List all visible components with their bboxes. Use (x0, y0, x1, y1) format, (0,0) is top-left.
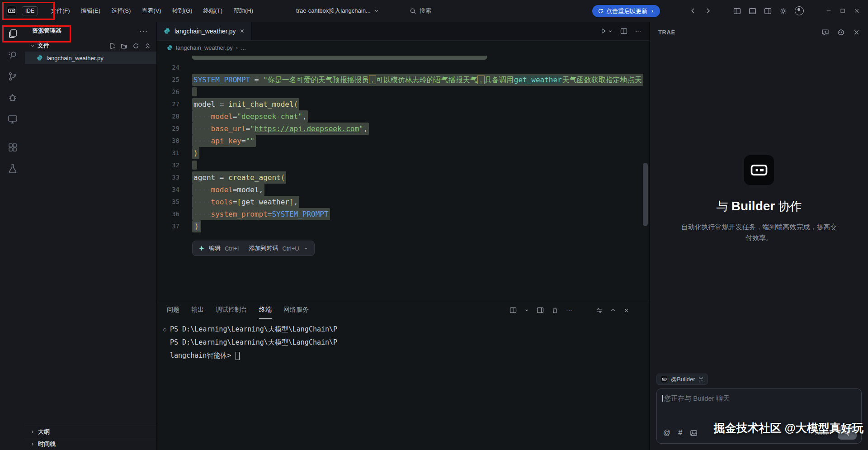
search-sidebar-icon[interactable] (7, 49, 19, 61)
panel-tab-0[interactable]: 问题 (167, 301, 179, 319)
code-line[interactable]: 31) (157, 147, 649, 159)
line-number: 37 (157, 220, 179, 232)
collapse-all-icon[interactable] (144, 43, 151, 49)
terminal[interactable]: ○PS D:\Learning\Learning\大模型\LangChain\P… (157, 319, 649, 450)
line-content: ····base_url="https://api.deepseek.com", (192, 123, 369, 135)
panel-tab-4[interactable]: 网络服务 (283, 301, 309, 319)
code-line[interactable]: 34····model=model, (157, 184, 649, 196)
panel-layout-icon[interactable] (537, 307, 544, 314)
sidebar-section-0[interactable]: 大纲 (25, 426, 156, 438)
menu-item-3[interactable]: 查看(V) (136, 4, 166, 18)
terminal-text: PS D:\Learning\Learning\大模型\LangChain\P (170, 338, 337, 347)
panel-maximize-icon[interactable] (610, 308, 616, 313)
context-chip-label: @Builder (671, 376, 695, 383)
editor-more-icon[interactable]: ··· (635, 28, 641, 34)
code-editor[interactable]: 2425SYSTEM_PROMPT = "你是一名可爱的天气预报播报员，可以模仿… (157, 54, 649, 301)
window-maximize-button[interactable] (840, 8, 846, 14)
builder-context-chip[interactable]: @Builder (656, 374, 708, 385)
code-line[interactable]: 27model = init_chat_model( (157, 98, 649, 110)
tab-langchain-weather[interactable]: langchain_weather.py (157, 22, 252, 40)
code-line[interactable]: 36····system_prompt=SYSTEM_PROMPT (157, 208, 649, 220)
panel-tab-3[interactable]: 终端 (259, 301, 272, 319)
code-line[interactable]: 24 (157, 62, 649, 74)
toggle-bottom-panel-icon[interactable] (749, 7, 756, 15)
extensions-icon[interactable] (7, 142, 19, 153)
nav-back-button[interactable] (689, 7, 697, 14)
sidebar-title: 资源管理器 (32, 27, 61, 35)
sidebar-more-icon[interactable]: ··· (140, 28, 148, 34)
chevron-down-icon[interactable] (524, 308, 529, 313)
account-avatar[interactable] (795, 6, 804, 15)
trash-icon[interactable] (552, 307, 558, 314)
builder-description: 自动化执行常规开发任务，端到端高效完成，提高交付效率。 (681, 222, 837, 243)
tab-close-icon[interactable] (240, 28, 245, 33)
window-close-button[interactable] (854, 8, 860, 14)
line-content (192, 161, 197, 170)
line-number: 35 (157, 196, 179, 208)
hint-collapse-icon[interactable] (303, 246, 308, 251)
window-minimize-button[interactable] (826, 8, 832, 14)
hash-icon[interactable]: # (678, 429, 682, 437)
toggle-right-sidebar-icon[interactable] (764, 7, 772, 15)
mention-icon[interactable]: @ (663, 429, 670, 437)
menu-item-2[interactable]: 选择(S) (106, 4, 136, 18)
panel-tab-2[interactable]: 调试控制台 (216, 301, 247, 319)
command-icon (698, 377, 703, 382)
panel-tab-1[interactable]: 输出 (191, 301, 204, 319)
menu-item-5[interactable]: 终端(T) (198, 4, 228, 18)
menu-item-4[interactable]: 转到(G) (167, 4, 198, 18)
preview-monitor-icon[interactable] (7, 113, 19, 125)
new-folder-icon[interactable] (121, 43, 127, 49)
new-file-icon[interactable] (109, 43, 116, 49)
nav-forward-button[interactable] (704, 7, 712, 14)
toggle-left-sidebar-icon[interactable] (733, 7, 741, 15)
code-line[interactable]: 25SYSTEM_PROMPT = "你是一名可爱的天气预报播报员，可以模仿林志… (157, 74, 649, 86)
test-flask-icon[interactable] (7, 163, 19, 175)
update-label: 点击重启以更新 (606, 7, 647, 15)
line-content (192, 87, 197, 96)
history-icon[interactable] (837, 28, 845, 36)
split-editor-icon[interactable] (620, 28, 627, 35)
menu-item-6[interactable]: 帮助(H) (228, 4, 259, 18)
breadcrumb[interactable]: langchain_weather.py › ... (157, 41, 649, 54)
code-line[interactable]: 26 (157, 86, 649, 98)
close-panel-icon[interactable] (853, 28, 860, 36)
gear-icon[interactable] (779, 7, 787, 15)
code-line[interactable]: 29····base_url="https://api.deepseek.com… (157, 123, 649, 135)
file-item[interactable]: langchain_weather.py (25, 52, 156, 64)
code-line[interactable]: 37) (157, 220, 649, 232)
line-content: model = init_chat_model( (192, 98, 299, 110)
menu-item-0[interactable]: 文件(F) (45, 4, 75, 18)
debug-icon[interactable] (7, 92, 19, 104)
editor-scrollbar[interactable] (643, 163, 648, 226)
restart-update-button[interactable]: 点击重启以更新 (592, 5, 660, 17)
section-label: 时间线 (38, 440, 56, 448)
trae-logo-icon[interactable] (6, 5, 17, 16)
explorer-icon[interactable] (7, 28, 19, 40)
project-title-dropdown[interactable]: trae-cahtbox接入langchain... (296, 0, 379, 22)
run-button[interactable] (600, 28, 613, 34)
inline-ai-hint[interactable]: 编辑 Ctrl+I 添加到对话 Ctrl+U (192, 241, 315, 256)
code-line[interactable]: 28····model="deepseek-chat", (157, 110, 649, 123)
search-box[interactable]: 搜索 (410, 0, 431, 22)
line-number: 32 (157, 159, 179, 171)
panel-close-icon[interactable] (623, 308, 629, 313)
new-chat-icon[interactable] (821, 28, 829, 36)
attach-image-icon[interactable] (690, 429, 698, 437)
sidebar-section-1[interactable]: 时间线 (25, 438, 156, 450)
code-line[interactable]: 33agent = create_agent( (157, 171, 649, 184)
source-control-icon[interactable] (7, 71, 19, 82)
line-number: 29 (157, 123, 179, 135)
files-section-header[interactable]: 文件 (25, 40, 156, 52)
code-line[interactable]: 35····tools=[get_weather], (157, 196, 649, 208)
builder-logo (744, 155, 774, 185)
line-number: 33 (157, 171, 179, 184)
line-number: 28 (157, 110, 179, 123)
panel-more-icon[interactable]: ··· (566, 307, 572, 314)
code-line[interactable]: 32 (157, 159, 649, 171)
terminal-split-icon[interactable] (509, 307, 517, 314)
refresh-icon[interactable] (132, 43, 139, 49)
panel-settings-icon[interactable] (596, 307, 603, 314)
menu-item-1[interactable]: 编辑(E) (75, 4, 106, 18)
code-line[interactable]: 30····api_key="" (157, 135, 649, 147)
